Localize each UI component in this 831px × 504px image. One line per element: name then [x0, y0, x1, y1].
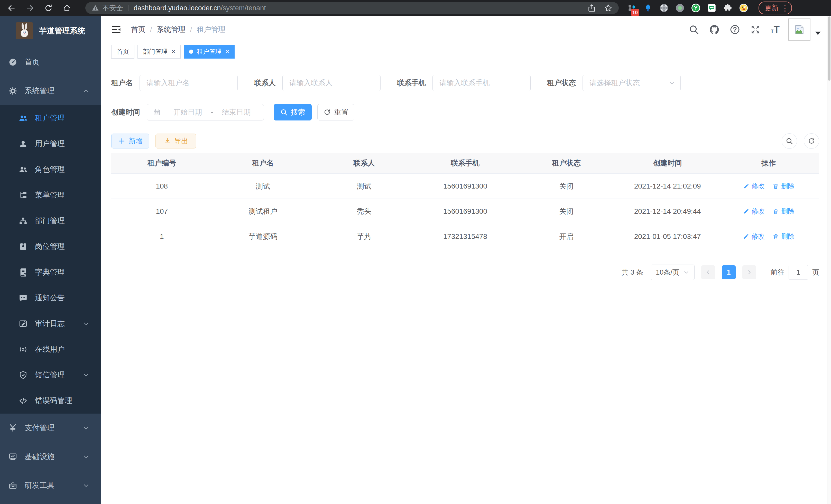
sidebar-item-notice[interactable]: 通知公告 [0, 285, 101, 311]
cell-name: 测试 [212, 181, 314, 191]
user-menu-caret-icon[interactable] [815, 32, 821, 35]
goto-page-input[interactable] [789, 265, 808, 280]
sidebar-item-online-user[interactable]: 在线用户 [0, 336, 101, 362]
close-tab-icon[interactable]: × [172, 49, 175, 55]
puzzle-icon[interactable] [723, 3, 732, 12]
reset-button[interactable]: 重置 [317, 104, 354, 120]
home-icon[interactable] [60, 1, 74, 14]
sidebar-item-audit-log[interactable]: 审计日志 [0, 311, 101, 336]
menu-dots-icon[interactable]: ⋮ [781, 4, 789, 12]
page-1-button[interactable]: 1 [722, 265, 736, 279]
sidebar-item-post[interactable]: 岗位管理 [0, 234, 101, 260]
next-page-button[interactable] [742, 265, 756, 279]
share-icon[interactable] [588, 4, 596, 12]
back-icon[interactable] [5, 1, 18, 14]
sidebar-item-sms[interactable]: 短信管理 [0, 362, 101, 388]
sidebar-item-infra[interactable]: 基础设施 [0, 442, 101, 471]
export-button[interactable]: 导出 [155, 134, 196, 148]
sidebar: 芋道管理系统 首页系统管理租户管理用户管理角色管理菜单管理部门管理岗位管理字典管… [0, 16, 101, 504]
logo-row[interactable]: 芋道管理系统 [0, 16, 101, 46]
sidebar-item-system[interactable]: 系统管理 [0, 77, 101, 105]
kite-icon[interactable] [643, 3, 653, 12]
bookmark-star-icon[interactable] [604, 4, 612, 12]
close-tab-icon[interactable]: × [226, 49, 229, 55]
cell-status: 关闭 [516, 207, 617, 216]
mobile-input[interactable] [432, 75, 531, 91]
cell-created: 2021-12-14 20:49:44 [617, 207, 718, 215]
table-row: 107测试租户秃头15601691300关闭2021-12-14 20:49:4… [111, 199, 819, 224]
date-range-picker[interactable]: 开始日期 - 结束日期 [147, 104, 264, 120]
sidebar-item-tenant[interactable]: 租户管理 [0, 105, 101, 131]
edit-link[interactable]: 修改 [743, 232, 765, 241]
address-bar[interactable]: 不安全 dashboard.yudao.iocoder.cn/system/te… [85, 2, 619, 14]
tab-home[interactable]: 首页 [111, 45, 134, 59]
edit-link[interactable]: 修改 [743, 182, 765, 190]
download-icon [164, 137, 171, 145]
badge-icon [19, 242, 28, 251]
cell-status: 开启 [516, 232, 617, 241]
action-label: 修改 [751, 207, 765, 216]
insecure-warning-icon [91, 4, 99, 12]
edit-link[interactable]: 修改 [743, 207, 765, 216]
search-button[interactable]: 搜索 [274, 104, 312, 120]
command-icon[interactable] [659, 3, 668, 12]
tab-dept[interactable]: 部门管理× [138, 45, 181, 59]
refresh-table-button[interactable] [804, 133, 819, 149]
sidebar-item-menu[interactable]: 菜单管理 [0, 182, 101, 208]
tab-tenant[interactable]: 租户管理× [184, 45, 235, 59]
forward-icon[interactable] [23, 1, 36, 14]
status-select[interactable] [582, 75, 681, 91]
cell-actions: 修改删除 [718, 207, 819, 216]
contact-label: 联系人 [254, 78, 276, 88]
mobile-label: 联系手机 [397, 78, 426, 88]
trash-icon [772, 208, 779, 215]
avatar[interactable] [789, 19, 810, 40]
breadcrumb-system[interactable]: 系统管理 [157, 25, 185, 34]
reload-icon[interactable] [41, 1, 55, 14]
scrollbar-thumb[interactable] [828, 17, 830, 81]
grid-diamond-icon[interactable]: 10 [628, 3, 637, 12]
delete-link[interactable]: 删除 [772, 182, 795, 190]
delete-link[interactable]: 删除 [772, 232, 795, 241]
tenant-name-input[interactable] [140, 75, 238, 91]
sidebar-item-role[interactable]: 角色管理 [0, 157, 101, 182]
contact-input[interactable] [282, 75, 380, 91]
breadcrumb-home[interactable]: 首页 [131, 25, 145, 34]
sidebar-item-pay[interactable]: 支付管理 [0, 414, 101, 442]
page-size-select[interactable]: 10条/页 [651, 265, 694, 280]
y-circle-icon[interactable] [691, 3, 700, 12]
chrome-update-button[interactable]: 更新 ⋮ [758, 2, 792, 14]
show-search-button[interactable] [782, 133, 797, 149]
yen-icon [8, 423, 18, 433]
cell-actions: 修改删除 [718, 232, 819, 241]
sidebar-item-dev-tools[interactable]: 研发工具 [0, 471, 101, 500]
record-icon[interactable] [675, 3, 685, 12]
end-date-placeholder[interactable]: 结束日期 [215, 108, 258, 117]
search-icon[interactable] [688, 24, 699, 35]
tenant-name-label: 租户名 [111, 78, 133, 88]
help-icon[interactable] [729, 24, 740, 35]
font-size-icon[interactable]: тT [771, 25, 780, 34]
fullscreen-icon[interactable] [750, 24, 761, 35]
prev-page-button[interactable] [701, 265, 715, 279]
sidebar-item-label: 审计日志 [35, 319, 65, 329]
page-scrollbar[interactable] [827, 16, 831, 504]
sidebar-item-error-code[interactable]: 错误码管理 [0, 388, 101, 414]
github-icon[interactable] [709, 24, 720, 35]
column-header: 联系手机 [415, 158, 516, 168]
start-date-placeholder[interactable]: 开始日期 [166, 108, 209, 117]
sidebar-item-label: 角色管理 [35, 165, 65, 175]
chat-icon[interactable] [707, 3, 716, 12]
dict-icon [19, 268, 28, 277]
emoji-icon[interactable] [739, 3, 748, 12]
sidebar-item-user[interactable]: 用户管理 [0, 131, 101, 157]
sidebar-item-home[interactable]: 首页 [0, 48, 101, 77]
sidebar-item-dict[interactable]: 字典管理 [0, 260, 101, 285]
log-icon [19, 319, 28, 328]
goto-label: 前往 [771, 268, 784, 277]
edit-icon [743, 183, 749, 189]
delete-link[interactable]: 删除 [772, 207, 795, 216]
add-button[interactable]: 新增 [111, 134, 149, 148]
sidebar-item-dept[interactable]: 部门管理 [0, 208, 101, 234]
sidebar-collapse-icon[interactable] [111, 24, 122, 35]
